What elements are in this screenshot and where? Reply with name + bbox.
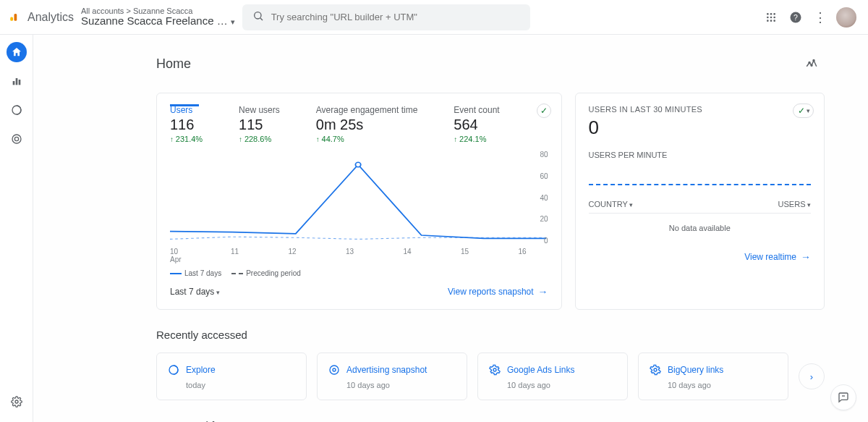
explore-icon	[167, 363, 180, 376]
legend-previous: Preceding period	[246, 269, 301, 277]
data-quality-badge[interactable]: ✓	[537, 104, 551, 118]
svg-point-24	[811, 64, 812, 66]
realtime-no-data: No data available	[589, 224, 811, 232]
svg-point-12	[770, 20, 773, 22]
search-bar[interactable]	[242, 4, 530, 30]
more-vert-icon[interactable]: ⋮	[812, 9, 829, 26]
property-selector[interactable]: All accounts > Suzanne Scacca Suzanne Sc…	[81, 7, 235, 28]
ads-icon	[328, 363, 341, 376]
gear-icon	[649, 363, 662, 376]
svg-point-21	[14, 137, 18, 140]
view-realtime-link[interactable]: View realtime →	[744, 251, 811, 263]
analytics-logo-icon	[9, 9, 22, 25]
recent-card-advertising-snapshot[interactable]: Advertising snapshot10 days ago	[317, 353, 467, 400]
realtime-title: USERS IN LAST 30 MINUTES	[589, 105, 811, 114]
svg-point-5	[767, 13, 769, 15]
svg-point-13	[773, 20, 775, 22]
nav-reports[interactable]	[7, 71, 27, 91]
svg-rect-16	[12, 81, 14, 85]
svg-point-8	[767, 16, 769, 18]
account-avatar[interactable]	[836, 7, 856, 28]
view-reports-snapshot-link[interactable]: View reports snapshot →	[448, 286, 548, 297]
svg-point-10	[773, 16, 775, 18]
svg-rect-0	[10, 17, 13, 21]
svg-rect-1	[14, 14, 17, 21]
product-name: Analytics	[27, 11, 74, 24]
recent-more-button[interactable]: ›	[799, 363, 825, 389]
svg-point-11	[767, 20, 769, 22]
left-nav-rail	[0, 35, 33, 422]
main-content: Home Users116231.4%New users115228.6%Ave…	[33, 35, 868, 422]
metric-average-engagement-time[interactable]: Average engagement time0m 25s44.7%	[316, 105, 418, 143]
svg-rect-17	[15, 78, 17, 85]
svg-point-29	[333, 368, 336, 371]
svg-point-30	[493, 368, 496, 371]
svg-point-22	[15, 400, 18, 403]
svg-point-23	[809, 62, 810, 64]
suggested-heading: Suggested for you	[156, 419, 244, 422]
product-brand[interactable]: Analytics	[9, 9, 74, 25]
realtime-card: USERS IN LAST 30 MINUTES ✓ ▾ 0 USERS PER…	[575, 93, 825, 310]
recent-card-explore[interactable]: Exploretoday	[156, 353, 307, 400]
realtime-quality-badge[interactable]: ✓ ▾	[793, 104, 814, 118]
svg-point-31	[654, 368, 657, 371]
property-name: Suzanne Scacca Freelance …	[81, 15, 228, 28]
recent-card-google-ads-links[interactable]: Google Ads Links10 days ago	[477, 353, 628, 400]
arrow-right-icon: →	[801, 251, 811, 263]
metric-new-users[interactable]: New users115228.6%	[239, 105, 280, 143]
nav-home[interactable]	[7, 42, 27, 62]
overview-card: Users116231.4%New users115228.6%Average …	[156, 93, 562, 310]
legend-current: Last 7 days	[184, 269, 221, 277]
app-header: Analytics All accounts > Suzanne Scacca …	[0, 0, 868, 35]
users-per-minute-label: USERS PER MINUTE	[589, 151, 811, 159]
realtime-users-value: 0	[589, 117, 811, 139]
recent-card-bigquery-links[interactable]: BigQuery links10 days ago	[638, 353, 788, 400]
svg-point-28	[330, 366, 339, 374]
help-icon[interactable]: ?	[787, 9, 804, 26]
svg-line-4	[260, 18, 263, 20]
svg-point-6	[770, 13, 773, 15]
users-trend-chart: 806040200	[170, 151, 548, 245]
nav-advertising[interactable]	[7, 129, 27, 149]
date-range-selector[interactable]: Last 7 days	[170, 287, 220, 297]
apps-icon[interactable]	[762, 9, 780, 26]
svg-point-25	[813, 60, 814, 62]
realtime-country-header[interactable]: COUNTRY	[589, 200, 634, 208]
svg-point-7	[773, 13, 775, 15]
svg-text:?: ?	[793, 12, 798, 21]
nav-explore[interactable]	[7, 100, 27, 120]
gear-icon	[488, 363, 501, 376]
svg-rect-18	[18, 80, 20, 85]
search-icon	[252, 10, 264, 24]
chevron-down-icon: ▾	[231, 17, 235, 26]
search-input[interactable]	[271, 12, 520, 22]
svg-point-20	[12, 135, 21, 143]
chevron-right-icon: ›	[810, 371, 813, 382]
page-title: Home	[156, 56, 799, 72]
insights-button[interactable]	[799, 51, 825, 77]
metric-event-count[interactable]: Event count564224.1%	[454, 105, 499, 143]
svg-point-26	[355, 162, 360, 167]
users-per-minute-chart	[589, 166, 811, 185]
svg-point-3	[254, 12, 260, 19]
feedback-button[interactable]	[830, 384, 856, 410]
realtime-users-header[interactable]: USERS	[778, 200, 811, 208]
recently-accessed-heading: Recently accessed	[156, 329, 825, 341]
metric-users[interactable]: Users116231.4%	[170, 105, 203, 143]
svg-point-9	[770, 16, 773, 18]
nav-admin[interactable]	[7, 392, 27, 412]
arrow-right-icon: →	[538, 286, 548, 297]
